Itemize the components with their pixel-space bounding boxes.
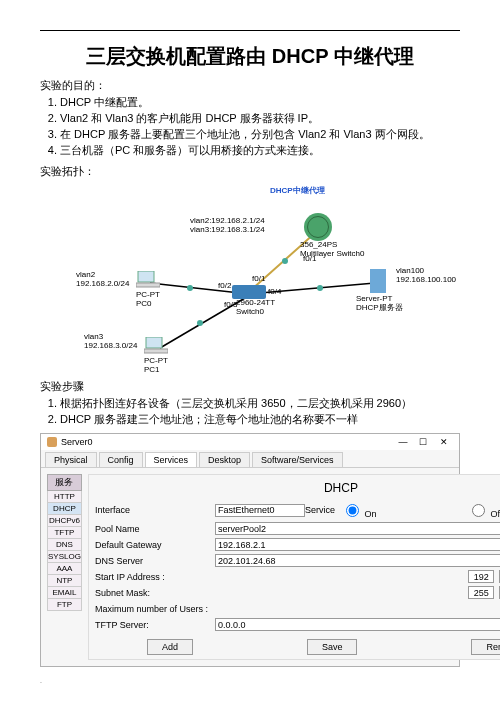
list-item: 在 DHCP 服务器上要配置三个地址池，分别包含 Vlan2 和 Vlan3 两…	[60, 127, 460, 142]
sidebar-item-http[interactable]: HTTP	[47, 491, 82, 503]
start-ip-octet[interactable]	[468, 570, 494, 583]
port-label: f0/2	[218, 282, 231, 291]
save-button[interactable]: Save	[307, 639, 358, 655]
pc-icon	[144, 337, 168, 355]
svg-point-4	[282, 258, 288, 264]
svg-rect-9	[136, 283, 160, 287]
gateway-label: Default Gateway	[95, 540, 215, 550]
sidebar-item-aaa[interactable]: AAA	[47, 563, 82, 575]
gateway-input[interactable]	[215, 538, 500, 551]
pc1-info: vlan3 192.168.3.0/24	[84, 333, 137, 351]
service-off-radio[interactable]: Off	[467, 501, 500, 519]
services-sidebar: 服务 HTTP DHCP DHCPv6 TFTP DNS SYSLOG AAA …	[47, 474, 82, 660]
purpose-heading: 实验的目的：	[40, 78, 460, 93]
app-icon	[47, 437, 57, 447]
topology-diagram: DHCP中继代理 356_24PS Multilayer Switch0 f0/…	[40, 183, 460, 373]
port-label: f0/1	[303, 255, 316, 264]
service-label: Service	[305, 505, 335, 515]
minimize-button[interactable]: —	[394, 437, 412, 447]
dns-label: DNS Server	[95, 556, 215, 566]
sidebar-item-ntp[interactable]: NTP	[47, 575, 82, 587]
dhcp-form: DHCP Interface Service On Off Pool Name …	[88, 474, 500, 660]
list-item: 根据拓扑图连好各设备（三层交换机采用 3650，二层交换机采用 2960）	[60, 396, 460, 411]
port-label: f0/3	[224, 301, 237, 310]
interface-select[interactable]	[215, 504, 305, 517]
pc-icon	[136, 271, 160, 289]
sidebar-item-syslog[interactable]: SYSLOG	[47, 551, 82, 563]
switch-label: 2960-24TT Switch0	[236, 299, 275, 317]
tab-desktop[interactable]: Desktop	[199, 452, 250, 467]
sidebar-header: 服务	[47, 474, 82, 491]
server-info: vlan100 192.168.100.100	[396, 267, 456, 285]
window-titlebar: Server0 — ☐ ✕	[41, 434, 459, 450]
pool-name-input[interactable]	[215, 522, 500, 535]
tab-bar: Physical Config Services Desktop Softwar…	[41, 450, 459, 468]
tab-software[interactable]: Software/Services	[252, 452, 343, 467]
page-title: 三层交换机配置路由 DHCP 中继代理	[40, 43, 460, 70]
add-button[interactable]: Add	[147, 639, 193, 655]
maximize-button[interactable]: ☐	[414, 437, 432, 447]
list-item: 三台机器（PC 和服务器）可以用桥接的方式来连接。	[60, 143, 460, 158]
svg-rect-11	[144, 349, 168, 353]
svg-rect-10	[146, 337, 162, 348]
svg-point-5	[187, 285, 193, 291]
dns-input[interactable]	[215, 554, 500, 567]
pc1-label: PC-PT PC1	[144, 357, 168, 375]
tab-config[interactable]: Config	[99, 452, 143, 467]
tftp-input[interactable]	[215, 618, 500, 631]
mask-octet[interactable]	[468, 586, 494, 599]
footnote: .	[40, 677, 460, 684]
server-config-window: Server0 — ☐ ✕ Physical Config Services D…	[40, 433, 460, 667]
sidebar-item-dhcpv6[interactable]: DHCPv6	[47, 515, 82, 527]
list-item: DHCP 服务器建三个地址池；注意每个地址池的名称要不一样	[60, 412, 460, 427]
svg-rect-8	[138, 271, 154, 282]
pc0-info: vlan2 192.168.2.0/24	[76, 271, 129, 289]
svg-point-6	[197, 320, 203, 326]
switch-icon	[232, 285, 266, 299]
sidebar-item-ftp[interactable]: FTP	[47, 599, 82, 611]
list-item: DHCP 中继配置。	[60, 95, 460, 110]
sidebar-item-email[interactable]: EMAIL	[47, 587, 82, 599]
server-label: Server-PT DHCP服务器	[356, 295, 403, 313]
multilayer-switch-icon	[304, 213, 332, 241]
remove-button[interactable]: Remove	[471, 639, 500, 655]
service-on-radio[interactable]: On	[341, 501, 461, 519]
window-title: Server0	[61, 437, 93, 447]
pc0-label: PC-PT PC0	[136, 291, 160, 309]
topology-heading: 实验拓扑：	[40, 164, 460, 179]
max-users-label: Maximum number of Users :	[95, 604, 215, 614]
close-button[interactable]: ✕	[435, 437, 453, 447]
steps-list: 根据拓扑图连好各设备（三层交换机采用 3650，二层交换机采用 2960） DH…	[40, 396, 460, 427]
list-item: Vlan2 和 Vlan3 的客户机能用 DHCP 服务器获得 IP。	[60, 111, 460, 126]
vlan-info: vlan2:192.168.2.1/24 vlan3:192.168.3.1/2…	[190, 217, 265, 235]
start-ip-label: Start IP Address :	[95, 572, 215, 582]
purpose-list: DHCP 中继配置。 Vlan2 和 Vlan3 的客户机能用 DHCP 服务器…	[40, 95, 460, 158]
panel-title: DHCP	[95, 481, 500, 495]
interface-label: Interface	[95, 505, 215, 515]
caption: DHCP中继代理	[270, 187, 325, 196]
steps-heading: 实验步骤	[40, 379, 460, 394]
tab-services[interactable]: Services	[145, 452, 198, 467]
svg-point-7	[317, 285, 323, 291]
port-label: f0/1	[252, 275, 265, 284]
tftp-label: TFTP Server:	[95, 620, 215, 630]
pool-name-label: Pool Name	[95, 524, 215, 534]
tab-physical[interactable]: Physical	[45, 452, 97, 467]
sidebar-item-dns[interactable]: DNS	[47, 539, 82, 551]
mask-label: Subnet Mask:	[95, 588, 215, 598]
sidebar-item-dhcp[interactable]: DHCP	[47, 503, 82, 515]
server-icon	[370, 269, 386, 293]
port-label: f0/4	[268, 288, 281, 297]
sidebar-item-tftp[interactable]: TFTP	[47, 527, 82, 539]
